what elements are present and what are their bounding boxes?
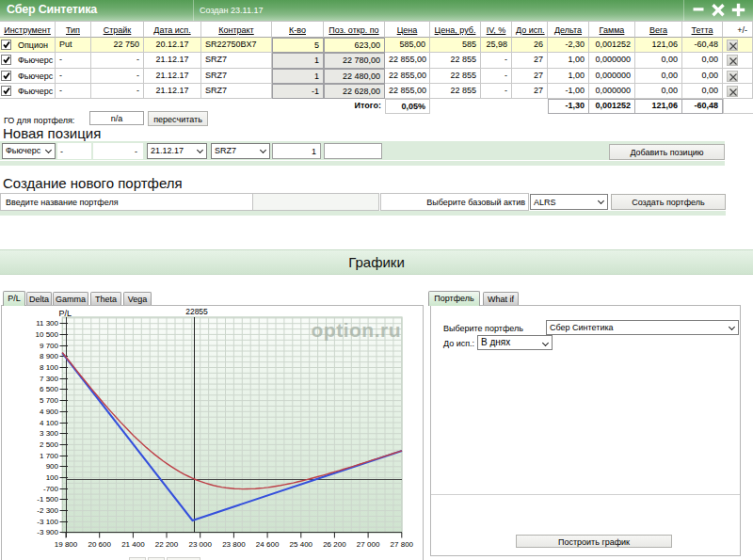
svg-text:100: 100: [46, 473, 59, 482]
svg-text:option.ru: option.ru: [312, 319, 401, 341]
svg-text:8 900: 8 900: [40, 352, 59, 360]
svg-text:8 100: 8 100: [40, 363, 59, 372]
svg-text:27 800: 27 800: [391, 540, 414, 549]
svg-text:25 400: 25 400: [290, 540, 313, 549]
svg-text:20 600: 20 600: [88, 540, 111, 549]
svg-text:4 100: 4 100: [40, 419, 59, 427]
svg-text:4 900: 4 900: [40, 408, 59, 416]
svg-text:-3 900: -3 900: [37, 528, 58, 536]
svg-text:6 500: 6 500: [40, 385, 59, 393]
svg-text:11 300: 11 300: [36, 319, 58, 328]
svg-text:22855: 22855: [185, 307, 208, 316]
svg-text:22 200: 22 200: [155, 540, 179, 549]
svg-text:-3 100: -3 100: [37, 518, 58, 526]
svg-text:900: 900: [46, 462, 59, 471]
svg-text:5 700: 5 700: [40, 396, 59, 405]
svg-text:2 500: 2 500: [40, 440, 59, 449]
svg-text:7 300: 7 300: [40, 375, 59, 383]
svg-text:P/L: P/L: [58, 309, 72, 318]
svg-text:23 800: 23 800: [222, 540, 246, 549]
svg-text:24 600: 24 600: [256, 540, 280, 549]
svg-text:9 700: 9 700: [40, 342, 59, 350]
svg-text:21 400: 21 400: [121, 540, 145, 549]
svg-text:1 700: 1 700: [40, 452, 59, 460]
svg-text:23 000: 23 000: [188, 540, 212, 549]
svg-text:3 300: 3 300: [40, 429, 59, 438]
svg-text:27 000: 27 000: [357, 540, 380, 549]
svg-text:-1 500: -1 500: [37, 495, 58, 504]
svg-text:-2 300: -2 300: [37, 506, 58, 515]
svg-text:-700: -700: [43, 485, 59, 493]
svg-text:19 800: 19 800: [55, 540, 78, 549]
svg-text:10 500: 10 500: [36, 330, 59, 339]
svg-text:26 200: 26 200: [323, 540, 346, 549]
